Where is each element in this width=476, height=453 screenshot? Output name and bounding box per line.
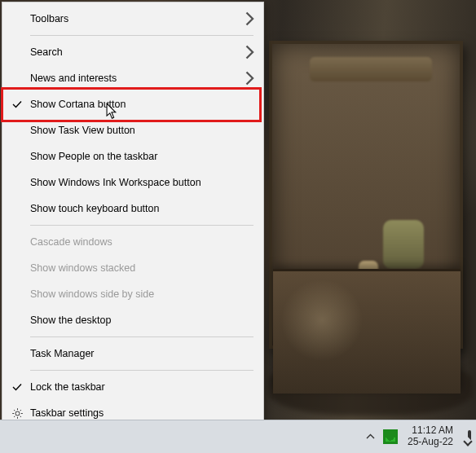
menu-item-label: Toolbars: [30, 13, 68, 24]
menu-item-show-windows-side-by-side: Show windows side by side: [2, 281, 263, 307]
wallpaper-shape: [310, 57, 432, 81]
menu-item-label: News and interests: [30, 73, 117, 84]
wallpaper-shape: [383, 220, 424, 269]
menu-separator: [30, 336, 253, 337]
menu-item-show-ink-workspace[interactable]: Show Windows Ink Workspace button: [2, 169, 263, 196]
menu-separator: [30, 35, 253, 36]
menu-item-label: Show Task View button: [30, 125, 135, 136]
taskbar-context-menu: Toolbars Search News and interests Show …: [2, 2, 264, 430]
tray-overflow-chevron-icon[interactable]: [364, 431, 377, 442]
menu-item-label: Search: [30, 46, 63, 58]
menu-item-show-the-desktop[interactable]: Show the desktop: [2, 307, 263, 333]
menu-item-search[interactable]: Search: [2, 39, 263, 65]
checkmark-icon: [9, 374, 25, 400]
wallpaper-shape: [359, 261, 378, 334]
taskbar[interactable]: 11:12 AM 25-Aug-22: [0, 420, 476, 453]
menu-item-show-task-view-button[interactable]: Show Task View button: [2, 117, 263, 143]
menu-item-label: Task Manager: [30, 348, 95, 359]
chevron-right-icon: [245, 6, 255, 32]
tray-app-icon[interactable]: [383, 429, 398, 444]
wallpaper-shape: [269, 358, 473, 416]
wallpaper-shape: [326, 285, 347, 336]
menu-separator: [30, 225, 253, 226]
menu-item-label: Show the desktop: [30, 314, 111, 326]
action-center-icon[interactable]: [463, 432, 471, 442]
checkmark-icon: [9, 91, 25, 117]
clock-date: 25-Aug-22: [408, 437, 453, 448]
menu-item-label: Show windows stacked: [30, 262, 135, 274]
menu-item-show-cortana-button[interactable]: Show Cortana button: [2, 91, 263, 117]
menu-item-news-and-interests[interactable]: News and interests: [2, 65, 263, 91]
menu-item-lock-the-taskbar[interactable]: Lock the taskbar: [2, 374, 263, 400]
menu-item-label: Show windows side by side: [30, 288, 154, 300]
menu-item-toolbars[interactable]: Toolbars: [2, 6, 263, 32]
menu-item-label: Show Windows Ink Workspace button: [30, 177, 201, 188]
taskbar-clock[interactable]: 11:12 AM 25-Aug-22: [404, 425, 456, 448]
menu-item-label: Show touch keyboard button: [30, 203, 159, 214]
menu-item-cascade-windows: Cascade windows: [2, 229, 263, 255]
menu-separator: [30, 370, 253, 371]
menu-item-label: Show People on the taskbar: [30, 151, 157, 162]
wallpaper-shape: [285, 301, 300, 331]
menu-item-task-manager[interactable]: Task Manager: [2, 341, 263, 367]
menu-item-label: Taskbar settings: [30, 407, 104, 419]
menu-item-show-touch-keyboard[interactable]: Show touch keyboard button: [2, 196, 263, 222]
menu-item-label: Show Cortana button: [30, 99, 126, 110]
chevron-right-icon: [245, 39, 255, 65]
menu-item-label: Cascade windows: [30, 236, 112, 248]
menu-item-label: Lock the taskbar: [30, 381, 105, 393]
chevron-right-icon: [245, 65, 255, 91]
menu-item-show-people[interactable]: Show People on the taskbar: [2, 143, 263, 169]
clock-time: 11:12 AM: [412, 425, 453, 437]
system-tray: 11:12 AM 25-Aug-22: [364, 425, 471, 448]
menu-item-show-windows-stacked: Show windows stacked: [2, 255, 263, 281]
